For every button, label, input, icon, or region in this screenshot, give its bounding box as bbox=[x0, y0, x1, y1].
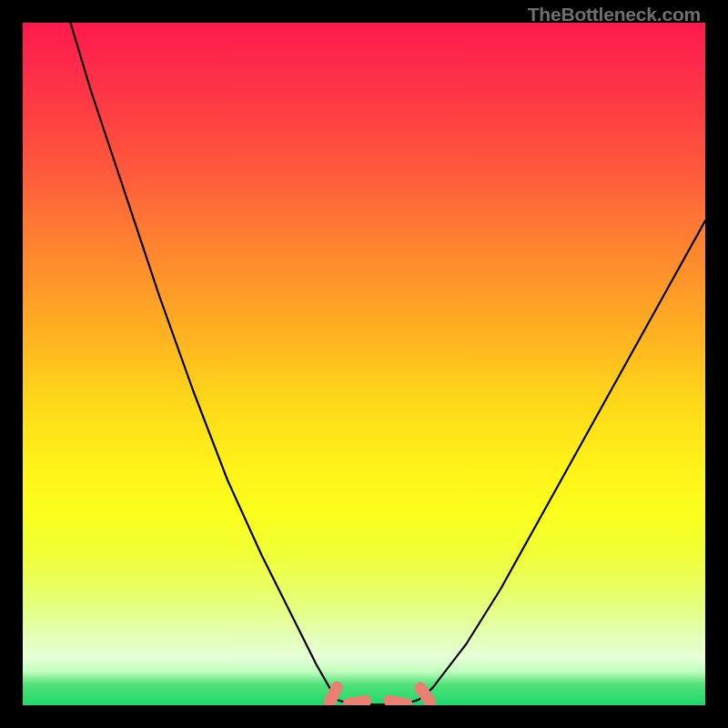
chart-plot-area bbox=[23, 23, 705, 705]
bottleneck-curve bbox=[71, 23, 706, 704]
marker-mid-right bbox=[383, 694, 414, 705]
chart-svg bbox=[23, 23, 705, 705]
marker-mid-left bbox=[342, 694, 373, 705]
svg-rect-1 bbox=[342, 694, 373, 705]
chart-frame: TheBottleneck.com bbox=[0, 0, 728, 728]
svg-rect-2 bbox=[383, 694, 414, 705]
